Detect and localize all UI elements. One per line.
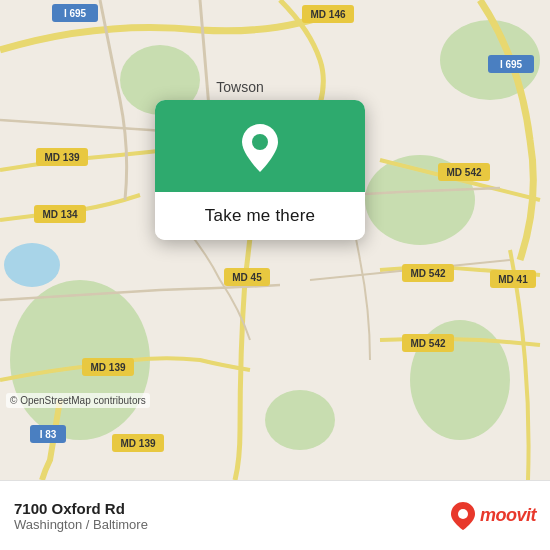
address-line1: 7100 Oxford Rd [14, 500, 450, 517]
svg-text:MD 45: MD 45 [232, 272, 262, 283]
svg-point-6 [4, 243, 60, 287]
bottom-bar: 7100 Oxford Rd Washington / Baltimore mo… [0, 480, 550, 550]
svg-point-3 [265, 390, 335, 450]
svg-text:MD 139: MD 139 [44, 152, 79, 163]
moovit-logo: moovit [450, 501, 536, 531]
location-pin-icon [238, 122, 282, 174]
moovit-pin-icon [450, 501, 476, 531]
svg-text:MD 146: MD 146 [310, 9, 345, 20]
svg-text:MD 41: MD 41 [498, 274, 528, 285]
popup-card: Take me there [155, 100, 365, 240]
address-line2: Washington / Baltimore [14, 517, 450, 532]
svg-point-35 [458, 509, 468, 519]
svg-text:MD 542: MD 542 [410, 268, 445, 279]
svg-text:I 695: I 695 [500, 59, 523, 70]
take-me-there-button[interactable]: Take me there [155, 192, 365, 240]
svg-text:MD 134: MD 134 [42, 209, 77, 220]
svg-text:Towson: Towson [216, 79, 263, 95]
osm-attribution: © OpenStreetMap contributors [6, 393, 150, 408]
address-block: 7100 Oxford Rd Washington / Baltimore [14, 500, 450, 532]
popup-header [155, 100, 365, 192]
svg-text:MD 139: MD 139 [90, 362, 125, 373]
moovit-text: moovit [480, 505, 536, 526]
svg-text:MD 542: MD 542 [446, 167, 481, 178]
svg-point-34 [252, 134, 268, 150]
svg-text:MD 139: MD 139 [120, 438, 155, 449]
svg-text:MD 542: MD 542 [410, 338, 445, 349]
svg-text:I 83: I 83 [40, 429, 57, 440]
map-container: I 695 I 695 MD 146 MD 139 MD 134 MD 45 M… [0, 0, 550, 480]
map-svg: I 695 I 695 MD 146 MD 139 MD 134 MD 45 M… [0, 0, 550, 480]
svg-text:I 695: I 695 [64, 8, 87, 19]
